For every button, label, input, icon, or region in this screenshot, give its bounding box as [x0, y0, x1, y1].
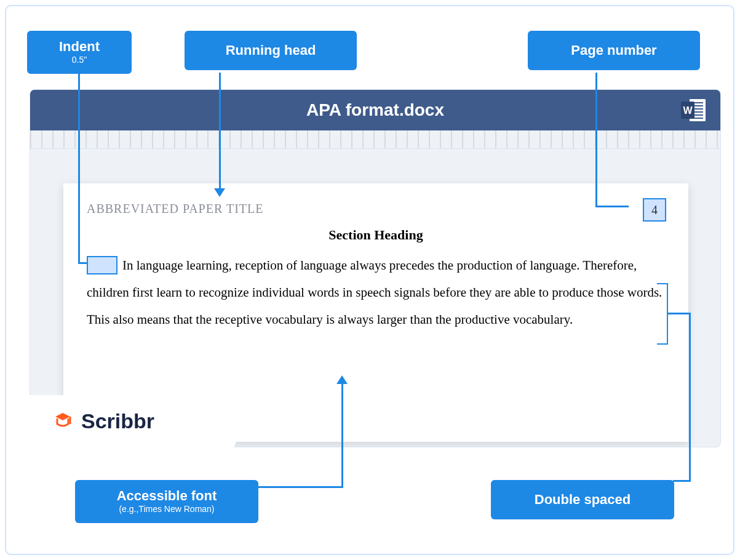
page-number-value: 4 — [651, 203, 658, 217]
connector-line — [341, 383, 343, 488]
word-icon: W — [681, 98, 707, 122]
callout-indent: Indent 0.5" — [27, 31, 132, 74]
document-filename: APA format.docx — [306, 100, 444, 120]
connector-line — [689, 313, 691, 481]
arrow-up-icon — [336, 375, 348, 384]
scribbr-tab: Scribbr — [30, 395, 234, 447]
indent-highlight — [87, 256, 117, 274]
callout-page-number: Page number — [528, 31, 700, 70]
diagram-frame: Indent 0.5" Running head Page number APA… — [5, 5, 734, 555]
page-number-box: 4 — [643, 198, 666, 222]
callout-double-spaced: Double spaced — [491, 480, 674, 519]
callout-accessible-font-sub: (e.g.,Times New Roman) — [90, 505, 244, 514]
scribbr-logo: Scribbr — [50, 409, 154, 434]
callout-double-spaced-label: Double spaced — [535, 492, 631, 507]
callout-indent-label: Indent — [59, 39, 100, 54]
callout-page-number-label: Page number — [571, 42, 656, 58]
connector-line — [668, 313, 690, 314]
callout-accessible-font: Accessible font (e.g.,Times New Roman) — [75, 480, 258, 523]
callout-running-head-label: Running head — [226, 42, 316, 58]
connector-line — [595, 73, 597, 207]
body-text-content: In language learning, reception of langu… — [87, 258, 662, 327]
connector-line — [78, 262, 88, 264]
document-window: APA format.docx W ABBREVIATED PAPER TITL… — [30, 89, 721, 447]
scribbr-icon — [50, 409, 75, 434]
scribbr-name: Scribbr — [81, 409, 154, 433]
running-head-text: ABBREVIATED PAPER TITLE — [87, 202, 665, 216]
titlebar: APA format.docx W — [30, 90, 720, 130]
connector-line — [595, 206, 629, 207]
callout-indent-sub: 0.5" — [42, 55, 117, 65]
body-text: In language learning, reception of langu… — [87, 252, 665, 333]
callout-running-head: Running head — [185, 31, 357, 70]
section-heading: Section Heading — [87, 227, 665, 243]
connector-line — [257, 486, 343, 488]
bracket — [657, 283, 668, 345]
arrow-down-icon — [214, 188, 225, 197]
ruler — [30, 130, 720, 149]
connector-line — [78, 73, 80, 263]
connector-line — [673, 480, 691, 482]
connector-line — [219, 73, 221, 190]
callout-accessible-font-label: Accessible font — [117, 488, 217, 503]
svg-text:W: W — [683, 105, 693, 116]
